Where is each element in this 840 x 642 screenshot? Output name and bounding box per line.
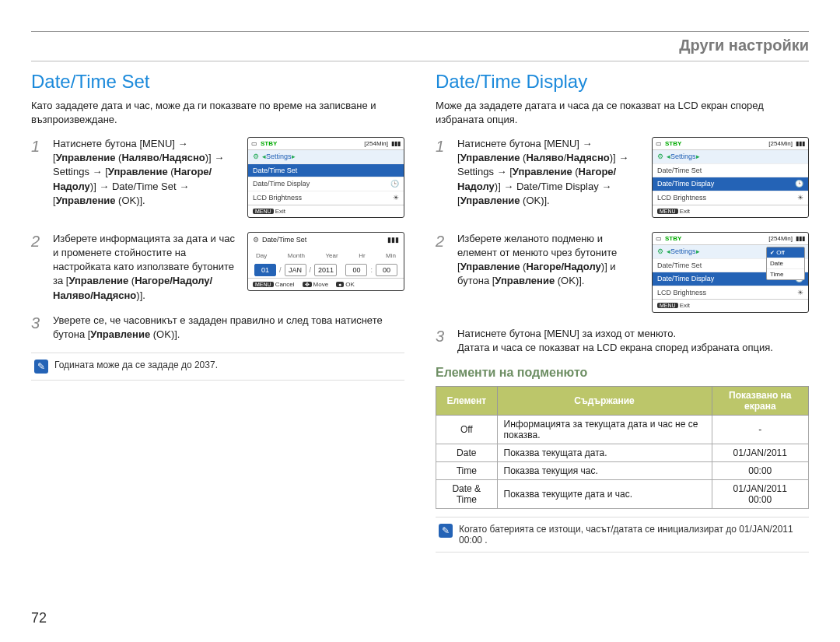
note-text: Когато батерията се изтощи, часът/датата…: [459, 524, 806, 546]
note-text: Годината може да се зададе до 2037.: [54, 360, 218, 370]
lcd-screenshot-settings: ▭ STBY [254Min] ▮▮▮ ⚙ ◂ Settings ▸ Date/…: [652, 137, 809, 218]
dt-value-year: 2011: [314, 264, 337, 277]
dt-label: Hr: [359, 251, 365, 260]
foot-exit: Exit: [680, 302, 690, 309]
brightness-icon: ☀: [393, 193, 399, 203]
crumb-settings: Settings: [266, 152, 292, 162]
popup-options: ✔ Off Date Time: [766, 247, 805, 281]
status-stby: STBY: [665, 234, 681, 243]
menu-row: Date/Time Set: [253, 166, 297, 176]
gear-icon: ⚙: [657, 152, 663, 162]
gear-icon: ⚙: [253, 235, 259, 245]
th-content: Съдържание: [497, 386, 712, 415]
rec-time: [254Min]: [364, 139, 388, 148]
td-desc: Информацията за текущата дата и час не с…: [497, 415, 712, 444]
dt-label: Day: [256, 251, 267, 260]
menu-row: LCD Brightness: [657, 288, 706, 298]
menu-row: Date/Time Display: [657, 274, 714, 284]
gear-icon: ⚙: [253, 152, 259, 162]
dt-label: Min: [386, 251, 396, 260]
menu-row: Date/Time Display: [657, 179, 714, 189]
lcd-screenshot-popup: ▭ STBY [254Min] ▮▮▮ ⚙ ◂ Settings ▸ Date/…: [652, 232, 809, 313]
right-heading: Date/Time Display: [436, 71, 809, 93]
right-step-1: Натиснете бутона [MENU] → [Управление (Н…: [457, 137, 644, 208]
rec-time: [254Min]: [768, 139, 793, 148]
card-icon: ▭: [251, 139, 257, 148]
td-desc: Показва текущите дата и час.: [497, 479, 712, 508]
left-step-2: Изберете информацията за дата и час и пр…: [53, 232, 240, 303]
td-disp: 01/JAN/201100:00: [712, 479, 808, 508]
right-column: Date/Time Display Може да зададете датат…: [436, 71, 809, 553]
lcd-title: Date/Time Set: [262, 235, 306, 245]
crumb-settings: Settings: [670, 152, 696, 162]
td-el: Date: [436, 444, 498, 461]
lcd-screenshot-datetime-set: ⚙ Date/Time Set ▮▮▮ Day Month Year Hr: [247, 232, 404, 292]
battery-icon: ▮▮▮: [796, 234, 805, 243]
note-box: ✎ Годината може да се зададе до 2037.: [31, 353, 404, 381]
note-icon: ✎: [34, 360, 48, 374]
foot-exit: Exit: [275, 208, 285, 215]
foot-exit: Exit: [680, 208, 690, 215]
td-el: Date & Time: [436, 479, 498, 508]
rec-time: [254Min]: [768, 234, 793, 243]
right-step-3: Натиснете бутона [MENU] за изход от меню…: [436, 327, 809, 355]
right-step-2: Изберете желаното подменю и елемент от м…: [457, 232, 644, 289]
dt-value-month: JAN: [285, 264, 306, 277]
popup-item: Date: [767, 258, 804, 268]
lcd-screenshot-settings: ▭ STBY [254Min] ▮▮▮ ⚙ ◂ Settings ▸ Date/…: [247, 137, 404, 218]
dt-value-hr: 00: [345, 264, 367, 277]
brightness-icon: ☀: [797, 288, 803, 298]
gear-icon: ⚙: [657, 247, 663, 257]
crumb-settings: Settings: [670, 247, 696, 257]
th-display: Показвано на екрана: [712, 386, 808, 415]
left-step-1: Натиснете бутона [MENU] → [Управление (Н…: [53, 137, 240, 208]
battery-icon: ▮▮▮: [391, 139, 401, 148]
card-icon: ▭: [656, 139, 662, 148]
td-disp: -: [712, 415, 808, 444]
dt-label: Year: [325, 251, 338, 260]
td-disp: 00:00: [712, 461, 808, 479]
left-step-3: Уверете се, че часовникът е зададен прав…: [31, 314, 404, 342]
left-heading: Date/Time Set: [31, 71, 404, 93]
foot-move: Move: [313, 281, 329, 288]
clock-icon: 🕒: [390, 179, 399, 189]
page-number: 72: [31, 610, 47, 626]
brightness-icon: ☀: [797, 193, 803, 203]
menu-row: LCD Brightness: [253, 193, 302, 203]
battery-icon: ▮▮▮: [796, 139, 805, 148]
page-header: Други настройки: [679, 37, 809, 54]
dt-value-day: 01: [254, 264, 276, 277]
submenu-heading: Елементи на подменюто: [436, 366, 809, 380]
td-desc: Показва текущата дата.: [497, 444, 712, 461]
menu-row: Date/Time Display: [253, 179, 310, 189]
td-el: Time: [436, 461, 498, 479]
right-intro: Може да зададете датата и часа да се пок…: [436, 99, 809, 126]
battery-icon: ▮▮▮: [387, 235, 399, 245]
td-desc: Показва текущия час.: [497, 461, 712, 479]
status-stby: STBY: [261, 139, 277, 148]
th-element: Елемент: [436, 386, 498, 415]
td-el: Off: [436, 415, 498, 444]
card-icon: ▭: [656, 234, 662, 243]
left-intro: Като зададете дата и час, може да ги пок…: [31, 99, 404, 126]
submenu-table: Елемент Съдържание Показвано на екрана O…: [436, 386, 809, 509]
td-disp: 01/JAN/2011: [712, 444, 808, 461]
note-icon: ✎: [439, 524, 453, 538]
popup-item: Off: [776, 249, 785, 256]
dt-value-min: 00: [376, 264, 397, 277]
menu-row: LCD Brightness: [657, 193, 706, 203]
note-box: ✎ Когато батерията се изтощи, часът/дата…: [436, 517, 809, 553]
popup-item: Time: [767, 268, 804, 279]
menu-row: Date/Time Set: [657, 261, 702, 271]
clock-icon: 🕒: [795, 179, 803, 189]
menu-row: Date/Time Set: [657, 166, 702, 176]
status-stby: STBY: [665, 139, 681, 148]
foot-cancel: Cancel: [275, 281, 295, 288]
left-column: Date/Time Set Като зададете дата и час, …: [31, 71, 404, 553]
dt-label: Month: [288, 251, 305, 260]
foot-ok: OK: [345, 281, 355, 288]
